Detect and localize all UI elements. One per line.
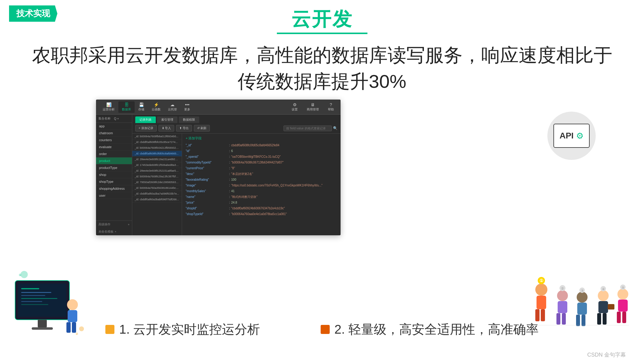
svg-point-36: [598, 290, 609, 301]
toolbar-item-more[interactable]: ••• 更多: [181, 101, 194, 113]
tab-permissions[interactable]: 数据权限: [179, 116, 199, 123]
field-val-openid: "oaTOB5bvnWglTBKFCCs-31-IuCQ": [231, 154, 281, 159]
field-val-image: "https://ss0.bdstatic.com/70cFvHSh_Q1Ynx…: [231, 183, 322, 188]
record-item-10[interactable]: _id: cbddf0af60a3ba7a096f633b7e...: [132, 191, 182, 197]
svg-rect-7: [21, 304, 48, 305]
field-val-favorablerating: 100: [231, 177, 236, 182]
point-dot-2: [321, 325, 330, 334]
sidebar-item-user[interactable]: user: [96, 192, 132, 199]
record-item-1[interactable]: _id: cbddf0af608fbfc05c85ce7274...: [132, 139, 182, 145]
sidebar-item-shoptype[interactable]: shopType: [96, 178, 132, 185]
sidebar-adv[interactable]: 高级操作 +: [96, 221, 132, 228]
api-icon-container: API ⚙: [547, 112, 596, 160]
svg-rect-26: [556, 313, 560, 325]
sidebar-item-order[interactable]: order: [96, 151, 132, 157]
search-input[interactable]: [284, 125, 332, 131]
add-field-button[interactable]: 添加字段: [186, 136, 337, 141]
svg-rect-38: [597, 313, 601, 325]
record-item-5[interactable]: _id: 17453ede608fc1f506abed8a3c...: [132, 162, 182, 168]
sidebar-search-icon[interactable]: Q +: [114, 117, 130, 120]
record-item-9[interactable]: _id: b00064a760a35638186144bc2...: [132, 185, 182, 191]
db-sidebar: 集合名称 Q + app chatroom counters evaluate …: [96, 115, 132, 235]
svg-point-10: [67, 299, 78, 310]
api-label: API: [559, 131, 574, 141]
svg-point-24: [557, 290, 568, 301]
tab-records[interactable]: 记录列表: [135, 116, 156, 123]
svg-rect-8: [38, 320, 47, 327]
toolbar-item-commerce[interactable]: 🖥 商用管理: [303, 101, 322, 113]
main-subtitle: 农职邦采用云开发数据库，高性能的数据库读写服务，响应速度相比于 传统数据库提升3…: [0, 42, 644, 95]
toolbar-item-functions[interactable]: ⚡ 云函数: [148, 101, 164, 113]
refresh-button[interactable]: ↺ 刷新: [194, 125, 210, 132]
plus-icon: +: [128, 223, 130, 226]
toolbar-item-settings[interactable]: ⚙ 设置: [288, 101, 301, 113]
field-row-currentprice: "currentPrice" : "8": [186, 166, 337, 170]
svg-rect-11: [68, 310, 77, 322]
record-item-6[interactable]: _id: 28ee4e3e608fc252151a8fae5af...: [132, 168, 182, 174]
import-button[interactable]: ⬇ 导入: [159, 125, 175, 132]
storage-icon: 💾: [139, 103, 144, 107]
field-row-desc: "desc" : "本店好评第2名": [186, 172, 337, 176]
point-text-2: 2. 轻量级，高安全适用性，高准确率: [335, 321, 539, 338]
field-row-name: "name" : "韩式炸鸡整只切块": [186, 195, 337, 199]
svg-rect-40: [608, 304, 614, 310]
db-detail-panel: 添加字段 "_id" : cbddf0af608fc0fd05c8afd4665…: [182, 134, 341, 235]
field-key-monthlysales: "monthlySales": [186, 189, 228, 193]
field-key-favorablerating: "favorableRating": [186, 177, 228, 182]
record-item-11[interactable]: _id: cbddf0af60a3babf096f75df266...: [132, 197, 182, 202]
sidebar-item-producttype[interactable]: productType: [96, 164, 132, 171]
field-row-image: "image" : "https://ss0.bdstatic.com/70cF…: [186, 183, 337, 188]
svg-text:③: ③: [581, 289, 584, 292]
sidebar-item-shop[interactable]: shop: [96, 171, 132, 178]
sidebar-item-product[interactable]: product: [96, 157, 132, 164]
field-row-shoptypeid: "shopTypeId" : "b00064a760aa0e4e1a0d78ba…: [186, 212, 337, 216]
sidebar-item-chatroom[interactable]: chatroom: [96, 130, 132, 137]
svg-rect-5: [21, 298, 57, 299]
point-2: 2. 轻量级，高安全适用性，高准确率: [321, 321, 539, 338]
field-key-price: "price": [186, 200, 228, 205]
record-item-7[interactable]: _id: b00064a7608fc29a13fc387f5f5...: [132, 174, 182, 179]
svg-text:②: ②: [75, 332, 78, 335]
sidebar-template[interactable]: 未命名模板 ×: [96, 228, 132, 235]
sidebar-item-shoppingaddress[interactable]: shoppingAddress: [96, 185, 132, 192]
field-row-monthlysales: "monthlySales" : 41: [186, 189, 337, 193]
db-actions: + 添加记录 ⬇ 导入 ⬆ 导出 ↺ 刷新 🔍: [132, 123, 341, 134]
record-item-2[interactable]: _id: b00064a7608fc04213fb569323...: [132, 145, 182, 151]
api-circle: API ⚙: [547, 112, 596, 160]
svg-rect-33: [582, 315, 585, 326]
field-key-commoditytypeid: "commodityTypeId": [186, 160, 228, 165]
record-item-4[interactable]: _id: 28ee4e3e608fc19a151a4d921a...: [132, 157, 182, 162]
template-close-icon: ×: [115, 230, 116, 233]
db-record-list: _id: b00064a7608fb8a013f8934b5... _id: c…: [132, 134, 182, 235]
record-item-8[interactable]: _id: 79550af2608fc2de1395805937...: [132, 179, 182, 185]
search-icon[interactable]: 🔍: [333, 126, 338, 130]
field-val-desc: "本店好评第2名": [231, 172, 253, 176]
sidebar-bottom: 高级操作 + 未命名模板 ×: [96, 221, 132, 235]
field-val-shopid: "cbddf0af60924b600676347b2e4cb19c": [231, 206, 285, 211]
db-screenshot: 📊 运营分析 🗄 数据库 💾 存储 ⚡ 云函数 ☁ 云托管 ••• 更多 ⚙ 设…: [96, 100, 341, 235]
field-row-shopid: "shopId" : "cbddf0af60924b600676347b2e4c…: [186, 206, 337, 211]
sidebar-item-app[interactable]: app: [96, 123, 132, 130]
toolbar-item-hosting[interactable]: ☁ 云托管: [164, 101, 181, 113]
sidebar-item-counters[interactable]: counters: [96, 137, 132, 144]
tab-indexes[interactable]: 索引管理: [157, 116, 178, 123]
db-records: _id: b00064a7608fb8a013f8934b5... _id: c…: [132, 134, 341, 235]
toolbar-item-help[interactable]: ? 帮助: [324, 101, 338, 113]
toolbar-item-database[interactable]: 🗄 数据库: [118, 101, 135, 113]
record-item-3[interactable]: _id: cbddf0af608fc0fd05c8afd4665...: [132, 151, 182, 157]
field-row-idnum: "id" : 6: [186, 149, 337, 153]
field-key-openid: "_openid": [186, 154, 228, 159]
toolbar-item-analytics[interactable]: 📊 运营分析: [99, 101, 118, 113]
field-row-favorablerating: "favorableRating" : 100: [186, 177, 337, 182]
svg-point-14: [21, 271, 28, 278]
record-item-0[interactable]: _id: b00064a7608fb8a013f8934b5...: [132, 134, 182, 139]
toolbar-item-storage[interactable]: 💾 存储: [135, 101, 148, 113]
svg-rect-6: [21, 301, 42, 302]
add-record-button[interactable]: + 添加记录: [135, 125, 157, 132]
search-right: 🔍: [284, 125, 338, 131]
svg-rect-4: [21, 295, 45, 296]
svg-rect-45: [617, 312, 621, 323]
sidebar-item-evaluate[interactable]: evaluate: [96, 144, 132, 151]
export-button[interactable]: ⬆ 导出: [176, 125, 192, 132]
svg-rect-19: [537, 296, 546, 309]
